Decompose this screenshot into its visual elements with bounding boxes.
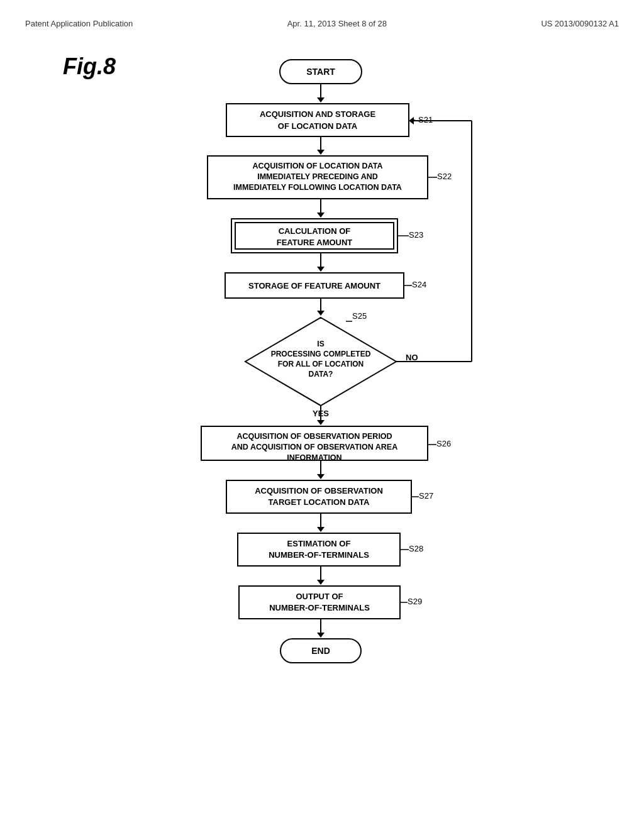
start-label: START	[306, 67, 335, 77]
svg-text:AND ACQUISITION OF OBSERVATION: AND ACQUISITION OF OBSERVATION AREA	[231, 443, 397, 451]
svg-rect-3	[226, 104, 409, 136]
svg-rect-62	[238, 533, 400, 566]
page: Patent Application Publication Apr. 11, …	[0, 0, 644, 830]
svg-text:STORAGE OF FEATURE AMOUNT: STORAGE OF FEATURE AMOUNT	[248, 281, 380, 290]
header-left: Patent Application Publication	[25, 19, 133, 28]
svg-text:ACQUISITION OF OBSERVATION: ACQUISITION OF OBSERVATION	[255, 486, 383, 495]
svg-rect-55	[226, 480, 411, 513]
svg-text:S21: S21	[418, 115, 433, 124]
svg-text:S23: S23	[409, 230, 423, 240]
svg-marker-54	[317, 474, 325, 479]
svg-text:S28: S28	[409, 544, 423, 553]
svg-rect-69	[239, 586, 400, 619]
svg-marker-75	[317, 633, 325, 638]
header-right: US 2013/0090132 A1	[541, 19, 619, 28]
svg-text:S24: S24	[412, 280, 426, 289]
svg-text:INFORMATION: INFORMATION	[287, 453, 341, 462]
svg-text:ACQUISITION OF OBSERVATION PER: ACQUISITION OF OBSERVATION PERIOD	[236, 432, 392, 441]
svg-text:OF LOCATION DATA: OF LOCATION DATA	[278, 121, 358, 131]
page-header: Patent Application Publication Apr. 11, …	[25, 13, 619, 41]
svg-marker-25	[317, 267, 325, 272]
svg-text:S25: S25	[352, 311, 367, 321]
svg-marker-43	[409, 117, 414, 124]
svg-text:NUMBER-OF-TERMINALS: NUMBER-OF-TERMINALS	[269, 603, 370, 612]
svg-marker-61	[317, 527, 325, 532]
svg-text:ACQUISITION AND STORAGE: ACQUISITION AND STORAGE	[260, 109, 376, 119]
svg-text:IS: IS	[317, 340, 324, 348]
svg-text:S22: S22	[437, 172, 452, 181]
svg-text:FEATURE AMOUNT: FEATURE AMOUNT	[277, 238, 353, 247]
svg-text:ESTIMATION OF: ESTIMATION OF	[287, 539, 351, 548]
svg-text:DATA?: DATA?	[309, 370, 333, 379]
svg-text:IMMEDIATELY FOLLOWING LOCATION: IMMEDIATELY FOLLOWING LOCATION DATA	[233, 183, 402, 192]
svg-marker-68	[317, 580, 325, 585]
svg-text:NO: NO	[406, 353, 418, 362]
svg-text:CALCULATION OF: CALCULATION OF	[279, 226, 351, 236]
svg-marker-9	[317, 150, 325, 155]
svg-text:S26: S26	[436, 439, 451, 448]
svg-marker-31	[317, 311, 325, 316]
svg-marker-46	[317, 420, 325, 425]
header-middle: Apr. 11, 2013 Sheet 8 of 28	[287, 19, 387, 28]
flowchart-svg: START ACQUISITION AND STORAGE OF LOCATIO…	[157, 53, 522, 783]
svg-text:END: END	[311, 646, 330, 656]
svg-text:PROCESSING COMPLETED: PROCESSING COMPLETED	[271, 350, 371, 358]
svg-text:S29: S29	[408, 597, 422, 606]
svg-text:ACQUISITION OF LOCATION DATA: ACQUISITION OF LOCATION DATA	[253, 162, 383, 170]
svg-text:OUTPUT OF: OUTPUT OF	[296, 592, 343, 601]
svg-text:S27: S27	[419, 491, 433, 501]
svg-text:NUMBER-OF-TERMINALS: NUMBER-OF-TERMINALS	[269, 550, 369, 560]
svg-marker-2	[317, 97, 325, 102]
svg-marker-17	[317, 213, 325, 218]
figure-label: Fig.8	[63, 53, 145, 80]
svg-text:TARGET LOCATION DATA: TARGET LOCATION DATA	[269, 497, 370, 507]
svg-text:FOR ALL OF LOCATION: FOR ALL OF LOCATION	[278, 360, 364, 368]
svg-text:IMMEDIATELY PRECEDING AND: IMMEDIATELY PRECEDING AND	[257, 172, 378, 181]
